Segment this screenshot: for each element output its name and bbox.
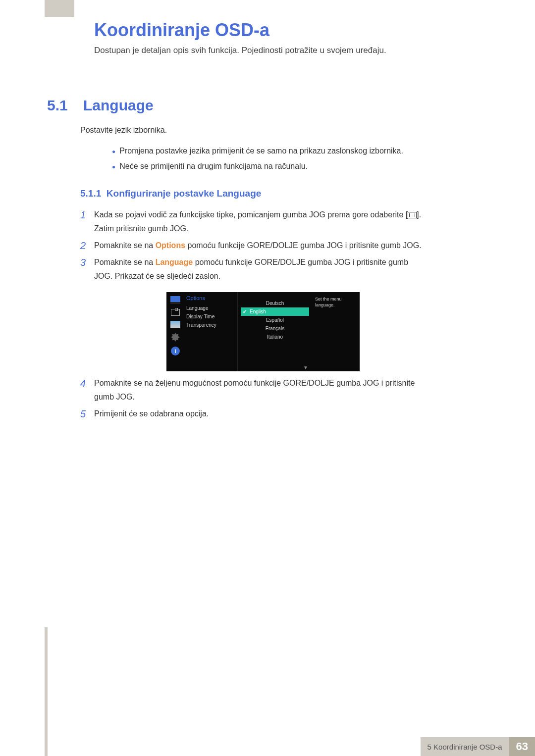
chevron-down-icon: ▼ — [303, 365, 308, 370]
osd-menu-item: Transparency — [186, 321, 237, 329]
highlight-options: Options — [156, 241, 185, 250]
step-text: Kada se pojavi vodič za funkcijske tipke… — [94, 208, 427, 236]
menu-icon — [408, 212, 417, 218]
step-number: 5 — [80, 407, 94, 421]
osd-header: Options — [186, 295, 237, 301]
steps-list: 1 Kada se pojavi vodič za funkcijske tip… — [80, 208, 427, 286]
steps-list-cont: 4 Pomaknite se na željenu mogućnost pomo… — [80, 376, 427, 424]
osd-menu-column: Options Language Display Time Transparen… — [184, 292, 238, 371]
subheading: 5.1.1 Konfiguriranje postavke Language — [80, 188, 261, 199]
step-5: 5 Primijenit će se odabrana opcija. — [80, 407, 427, 421]
osd-lang-item: Deutsch — [241, 299, 309, 307]
osd-sidebar-icons: i — [166, 292, 184, 371]
osd-menu-item: Display Time — [186, 312, 237, 321]
section-title: Language — [83, 97, 154, 114]
footer-label: 5 Koordiniranje OSD-a — [421, 737, 509, 756]
chapter-tab — [45, 0, 74, 17]
left-margin-bar — [45, 627, 48, 756]
step-3: 3 Pomaknite se na Language pomoću funkci… — [80, 255, 427, 283]
monitor-icon — [170, 296, 180, 304]
gear-icon — [171, 333, 180, 342]
resize-icon — [171, 309, 180, 316]
osd-lang-item-selected: English — [241, 307, 309, 316]
osd-lang-item: Italiano — [241, 333, 309, 341]
bullet-item: ●Neće se primijeniti na drugim funkcijam… — [112, 159, 403, 174]
step-text: Primijenit će se odabrana opcija. — [94, 407, 427, 421]
page-footer: 5 Koordiniranje OSD-a 63 — [0, 737, 535, 756]
page-number: 63 — [509, 737, 535, 756]
step-number: 4 — [80, 376, 94, 404]
page-title: Koordiniranje OSD-a — [94, 20, 269, 41]
bullet-text: Promjena postavke jezika primijenit će s… — [119, 147, 403, 155]
osd-menu-item: Language — [186, 304, 237, 312]
highlight-language: Language — [156, 258, 193, 266]
note-bullets: ●Promjena postavke jezika primijenit će … — [112, 144, 403, 174]
osd-lang-item: Español — [241, 316, 309, 324]
step-number: 1 — [80, 208, 94, 236]
step-1: 1 Kada se pojavi vodič za funkcijske tip… — [80, 208, 427, 236]
osd-help-text: Set the menu language. — [312, 292, 360, 371]
osd-lang-item: Français — [241, 324, 309, 333]
step-2: 2 Pomaknite se na Options pomoću funkcij… — [80, 239, 427, 252]
subheading-title: Konfiguriranje postavke Language — [107, 188, 262, 199]
options-icon — [170, 321, 180, 328]
osd-screenshot: i Options Language Display Time Transpar… — [166, 292, 360, 371]
subheading-number: 5.1.1 — [80, 188, 101, 199]
info-icon: i — [171, 347, 180, 355]
step-text: Pomaknite se na željenu mogućnost pomoću… — [94, 376, 427, 404]
bullet-item: ●Promjena postavke jezika primijenit će … — [112, 144, 403, 159]
step-text: Pomaknite se na Language pomoću funkcije… — [94, 255, 427, 283]
bullet-text: Neće se primijeniti na drugim funkcijama… — [119, 162, 308, 170]
step-number: 3 — [80, 255, 94, 283]
step-4: 4 Pomaknite se na željenu mogućnost pomo… — [80, 376, 427, 404]
intro-text: Dostupan je detaljan opis svih funkcija.… — [94, 46, 386, 55]
step-text: Pomaknite se na Options pomoću funkcije … — [94, 239, 427, 252]
section-description: Postavite jezik izbornika. — [80, 126, 167, 135]
section-number: 5.1 — [47, 97, 68, 114]
osd-language-list: Deutsch English Español Français Italian… — [238, 292, 312, 371]
step-number: 2 — [80, 239, 94, 252]
